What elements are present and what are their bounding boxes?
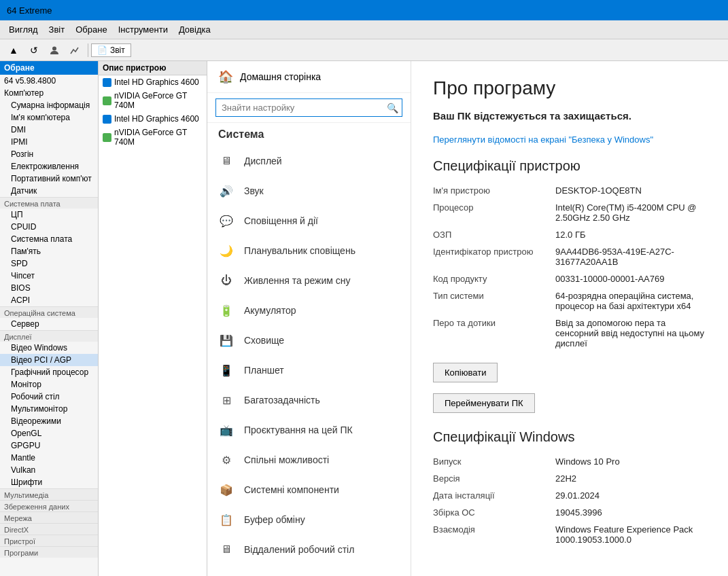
settings-item-sound[interactable]: 🔊Звук (207, 176, 411, 206)
remote-icon: 🖥 (218, 541, 235, 558)
device-items: Intel HD Graphics 4600nVIDIA GeForce GT … (99, 75, 207, 149)
toolbar-chart-btn[interactable] (65, 41, 84, 59)
toolbar-up-btn[interactable]: ▲ (4, 41, 23, 59)
tree-item[interactable]: DMI (0, 124, 98, 136)
device-panel: Опис пристрою Intel HD Graphics 4600nVID… (99, 61, 207, 576)
spec-label: Ідентифікатор пристрою (433, 243, 555, 270)
tree-item[interactable]: Мультимонітор (0, 403, 98, 415)
device-item[interactable]: nVIDIA GeForce GT 740M (99, 126, 207, 149)
tree-item[interactable]: Сумарна інформація (0, 99, 98, 111)
tree-item[interactable]: ACPI (0, 294, 98, 306)
tree-item[interactable]: Відеорежими (0, 415, 98, 427)
tree-item[interactable]: GPGPU (0, 439, 98, 452)
search-icon-btn[interactable]: 🔍 (387, 103, 398, 113)
menu-help[interactable]: Довідка (173, 20, 216, 39)
project-icon: 📺 (218, 422, 235, 438)
tree-item[interactable]: Датчик (0, 185, 98, 197)
settings-home-label: Домашня сторінка (240, 71, 321, 82)
settings-search-area: 🔍 (207, 93, 411, 123)
spec-value: Windows 10 Pro (555, 453, 706, 470)
tree-item[interactable]: Графічний процесор (0, 366, 98, 378)
tree-item[interactable]: Чіпсет (0, 270, 98, 282)
tree-item[interactable]: Системна плата (0, 233, 98, 245)
tree-item[interactable]: Монітор (0, 378, 98, 391)
device-item[interactable]: Intel HD Graphics 4600 (99, 112, 207, 126)
settings-item-project[interactable]: 📺Проєктування на цей ПК (207, 415, 411, 445)
spec-value: Intel(R) Core(TM) i5-4200M CPU @ 2.50GHz… (555, 199, 706, 226)
rename-pc-button[interactable]: Перейменувати ПК (433, 393, 535, 413)
tree-item[interactable]: Електроживлення (0, 160, 98, 173)
toolbar-refresh-btn[interactable]: ↺ (24, 41, 44, 59)
settings-item-components[interactable]: 📦Системні компоненти (207, 475, 411, 505)
tree-item[interactable]: Відео Windows (0, 342, 98, 354)
tree-item[interactable]: Портативний комп'ют (0, 173, 98, 185)
settings-item-label: Віддалений робочий стіл (244, 544, 354, 555)
device-header: Опис пристрою (99, 61, 207, 75)
table-row: ПроцесорIntel(R) Core(TM) i5-4200M CPU @… (433, 199, 706, 226)
tree-item[interactable]: 64 v5.98.4800 (0, 75, 98, 87)
tree-item[interactable]: IPMI (0, 136, 98, 148)
device-label: nVIDIA GeForce GT 740M (114, 128, 203, 147)
tree-section: DirectX (0, 523, 98, 535)
menu-view[interactable]: Вигляд (3, 20, 44, 39)
tree-item[interactable]: Vulkan (0, 464, 98, 476)
tree-item[interactable]: CPUID (0, 221, 98, 233)
settings-item-moon[interactable]: 🌙Планувальник сповіщень (207, 236, 411, 266)
settings-item-power[interactable]: ⏻Живлення та режим сну (207, 266, 411, 295)
spec-value: 29.01.2024 (555, 487, 706, 504)
search-input[interactable] (215, 98, 402, 117)
menu-favorites[interactable]: Обране (70, 20, 112, 39)
settings-item-remote[interactable]: 🖥Віддалений робочий стіл (207, 535, 411, 564)
spec-label: Процесор (433, 199, 555, 226)
tablet-icon: 📱 (218, 362, 235, 378)
spec-label: ОЗП (433, 226, 555, 243)
settings-item-clipboard[interactable]: 📋Буфер обміну (207, 505, 411, 535)
settings-item-storage[interactable]: 💾Сховище (207, 325, 411, 355)
tree-item[interactable]: ЦП (0, 209, 98, 221)
page-title: Про програму (433, 77, 706, 99)
tree-item[interactable]: Комп'ютер (0, 87, 98, 99)
storage-icon: 💾 (218, 332, 235, 348)
tree-section: Мультимедіа (0, 488, 98, 500)
settings-item-battery[interactable]: 🔋Акумулятор (207, 295, 411, 325)
settings-item-label: Багатозадачність (244, 395, 320, 406)
toolbar-user-btn[interactable] (45, 41, 64, 59)
device-spec-table: Ім'я пристроюDESKTOP-1OQE8TNПроцесорInte… (433, 182, 706, 352)
report-label: Звіт (110, 46, 125, 55)
settings-item-label: Спільні можливості (244, 454, 329, 465)
tree-section: Програми (0, 546, 98, 558)
device-label: nVIDIA GeForce GT 740M (114, 91, 203, 110)
tree-item[interactable]: Робочий стіл (0, 391, 98, 403)
table-row: Версія22H2 (433, 470, 706, 487)
tree-item[interactable]: Шрифти (0, 476, 98, 488)
settings-home-btn[interactable]: 🏠 Домашня сторінка (207, 61, 411, 93)
tree-item[interactable]: Ім'я комп'ютера (0, 111, 98, 124)
tree-panel: Обране 64 v5.98.4800Комп'ютерСумарна інф… (0, 61, 99, 576)
spec-value: 22H2 (555, 470, 706, 487)
tree-item[interactable]: SPD (0, 257, 98, 270)
menu-tools[interactable]: Інструменти (113, 20, 173, 39)
tree-item[interactable]: Розгін (0, 148, 98, 160)
sound-icon: 🔊 (218, 183, 235, 199)
tree-item[interactable]: Відео PCI / AGP (0, 354, 98, 366)
settings-item-notification[interactable]: 💬Сповіщення й дії (207, 206, 411, 236)
spec-value: 9AA44DB6-953A-419E-A27C-31677A20AA1B (555, 243, 706, 270)
tree-item[interactable]: BIOS (0, 282, 98, 294)
device-item[interactable]: Intel HD Graphics 4600 (99, 75, 207, 89)
tree-item[interactable]: OpenGL (0, 427, 98, 439)
copy-button[interactable]: Копіювати (433, 363, 498, 382)
settings-item-multitask[interactable]: ⊞Багатозадачність (207, 385, 411, 415)
tree-item[interactable]: Пам'ять (0, 245, 98, 257)
table-row: Ім'я пристроюDESKTOP-1OQE8TN (433, 182, 706, 199)
toolbar-report-btn[interactable]: 📄 Звіт (91, 43, 131, 57)
device-item[interactable]: nVIDIA GeForce GT 740M (99, 89, 207, 112)
settings-item-display[interactable]: 🖥Дисплей (207, 146, 411, 176)
windows-security-link[interactable]: Переглянути відомості на екрані "Безпека… (433, 134, 706, 145)
settings-item-shared[interactable]: ⚙Спільні можливості (207, 445, 411, 475)
tree-item[interactable]: Сервер (0, 318, 98, 330)
status-heading: Ваш ПК відстежується та захищається. (433, 110, 706, 122)
menu-report[interactable]: Звіт (44, 20, 71, 39)
settings-item-tablet[interactable]: 📱Планшет (207, 355, 411, 385)
tree-item[interactable]: Mantle (0, 452, 98, 464)
settings-item-label: Проєктування на цей ПК (244, 425, 353, 435)
